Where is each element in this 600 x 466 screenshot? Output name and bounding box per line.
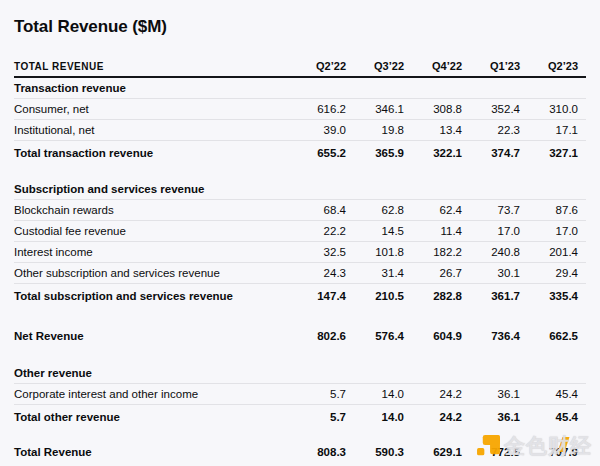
row-label: Interest income	[14, 246, 296, 258]
value-cell: 31.4	[354, 267, 412, 279]
total-row: Total subscription and services revenue1…	[14, 284, 586, 308]
row-label: Total transaction revenue	[14, 147, 296, 159]
row-label: Net Revenue	[14, 330, 296, 342]
page-title: Total Revenue ($M)	[14, 17, 586, 37]
value-cell: 45.4	[528, 388, 586, 400]
value-cell: 73.7	[470, 204, 528, 216]
table-group: Other revenueCorporate interest and othe…	[14, 363, 586, 429]
value-cell: 772.5	[470, 446, 528, 458]
value-cell: 707.9	[528, 446, 586, 458]
value-cell: 36.1	[470, 411, 528, 423]
value-cell: 13.4	[412, 124, 470, 136]
value-cell: 346.1	[354, 103, 412, 115]
value-cell: 201.4	[528, 246, 586, 258]
table-row: Other subscription and services revenue2…	[14, 263, 586, 284]
value-cell: 282.8	[412, 290, 470, 302]
value-cell: 101.8	[354, 246, 412, 258]
value-cell: 17.0	[528, 225, 586, 237]
revenue-table: TOTAL REVENUE Q2’22 Q3’22 Q4’22 Q1’23 Q2…	[14, 56, 586, 465]
value-cell: 29.4	[528, 267, 586, 279]
value-cell: 335.4	[528, 290, 586, 302]
value-cell: 17.0	[470, 225, 528, 237]
value-cell: 310.0	[528, 103, 586, 115]
total-row: Total transaction revenue655.2365.9322.1…	[14, 141, 586, 165]
row-label: Total subscription and services revenue	[14, 290, 296, 302]
value-cell: 327.1	[528, 147, 586, 159]
table-group: Subscription and services revenueBlockch…	[14, 179, 586, 308]
total-row: Total Revenue808.3590.3629.1772.5707.9	[14, 438, 586, 465]
value-cell: 45.4	[528, 411, 586, 423]
row-label: Other subscription and services revenue	[14, 267, 296, 279]
value-cell: 87.6	[528, 204, 586, 216]
value-cell: 365.9	[354, 147, 412, 159]
column-header-q1-23: Q1’23	[470, 60, 528, 72]
value-cell: 802.6	[296, 330, 354, 342]
value-cell: 17.1	[528, 124, 586, 136]
table-row: Custodial fee revenue22.214.511.417.017.…	[14, 221, 586, 242]
value-cell: 361.7	[470, 290, 528, 302]
value-cell: 62.4	[412, 204, 470, 216]
value-cell: 308.8	[412, 103, 470, 115]
value-cell: 5.7	[296, 388, 354, 400]
value-cell: 322.1	[412, 147, 470, 159]
value-cell: 604.9	[412, 330, 470, 342]
value-cell: 5.7	[296, 411, 354, 423]
value-cell: 11.4	[412, 225, 470, 237]
value-cell: 629.1	[412, 446, 470, 458]
table-group: Total Revenue808.3590.3629.1772.5707.9	[14, 438, 586, 465]
value-cell: 26.7	[412, 267, 470, 279]
value-cell: 39.0	[296, 124, 354, 136]
value-cell: 68.4	[296, 204, 354, 216]
value-cell: 655.2	[296, 147, 354, 159]
column-header-q4-22: Q4’22	[412, 60, 470, 72]
table-header-row: TOTAL REVENUE Q2’22 Q3’22 Q4’22 Q1’23 Q2…	[14, 56, 586, 78]
value-cell: 210.5	[354, 290, 412, 302]
table-row: Corporate interest and other income5.714…	[14, 384, 586, 405]
value-cell: 576.4	[354, 330, 412, 342]
value-cell: 662.5	[528, 330, 586, 342]
value-cell: 24.2	[412, 411, 470, 423]
value-cell: 240.8	[470, 246, 528, 258]
value-cell: 24.2	[412, 388, 470, 400]
value-cell: 736.4	[470, 330, 528, 342]
table-row: Institutional, net39.019.813.422.317.1	[14, 120, 586, 141]
section-header-label: Transaction revenue	[14, 82, 296, 94]
value-cell: 147.4	[296, 290, 354, 302]
value-cell: 62.8	[354, 204, 412, 216]
section-header-row: Transaction revenue	[14, 78, 586, 99]
section-header-row: Other revenue	[14, 363, 586, 384]
value-cell: 182.2	[412, 246, 470, 258]
table-row: Blockchain rewards68.462.862.473.787.6	[14, 200, 586, 221]
column-header-q2-23: Q2’23	[528, 60, 586, 72]
row-label: Custodial fee revenue	[14, 225, 296, 237]
value-cell: 616.2	[296, 103, 354, 115]
row-label: Institutional, net	[14, 124, 296, 136]
value-cell: 14.0	[354, 388, 412, 400]
value-cell: 352.4	[470, 103, 528, 115]
row-label: Blockchain rewards	[14, 204, 296, 216]
value-cell: 19.8	[354, 124, 412, 136]
value-cell: 374.7	[470, 147, 528, 159]
value-cell: 36.1	[470, 388, 528, 400]
value-cell: 590.3	[354, 446, 412, 458]
row-label: Total other revenue	[14, 411, 296, 423]
revenue-table-page: Total Revenue ($M) TOTAL REVENUE Q2’22 Q…	[0, 0, 600, 465]
value-cell: 14.5	[354, 225, 412, 237]
column-header-q3-22: Q3’22	[354, 60, 412, 72]
row-label: Consumer, net	[14, 103, 296, 115]
value-cell: 32.5	[296, 246, 354, 258]
section-header-row: Subscription and services revenue	[14, 179, 586, 200]
table-header-corner-label: TOTAL REVENUE	[14, 61, 296, 72]
value-cell: 14.0	[354, 411, 412, 423]
table-row: Interest income32.5101.8182.2240.8201.4	[14, 242, 586, 263]
row-label: Corporate interest and other income	[14, 388, 296, 400]
revenue-table-body: Transaction revenueConsumer, net616.2346…	[14, 78, 586, 465]
value-cell: 24.3	[296, 267, 354, 279]
section-header-label: Subscription and services revenue	[14, 183, 296, 195]
total-row: Total other revenue5.714.024.236.145.4	[14, 405, 586, 429]
section-header-label: Other revenue	[14, 367, 296, 379]
value-cell: 30.1	[470, 267, 528, 279]
value-cell: 22.3	[470, 124, 528, 136]
row-label: Total Revenue	[14, 446, 296, 458]
table-group: Net Revenue802.6576.4604.9736.4662.5	[14, 322, 586, 349]
